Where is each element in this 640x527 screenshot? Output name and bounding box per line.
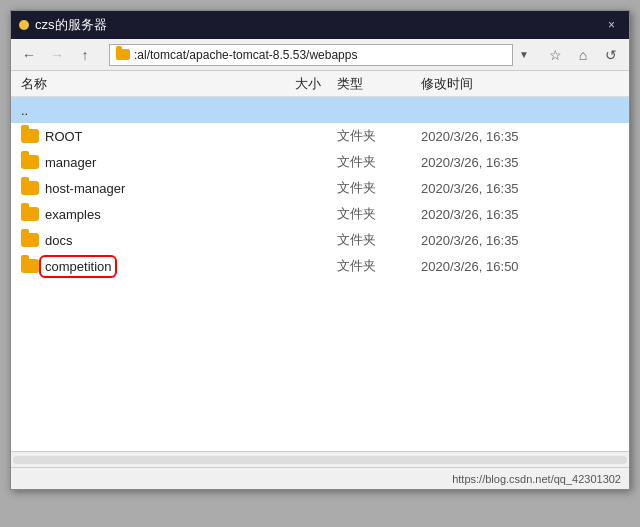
col-type-header: 类型 [321,75,401,93]
row-name-examples: examples [21,207,241,222]
file-area: 名称 大小 类型 修改时间 .. ROOT 文件夹 2020/3/26, 16:… [11,71,629,451]
file-name: ROOT [45,129,83,144]
table-row[interactable]: competition 文件夹 2020/3/26, 16:50 [11,253,629,279]
row-name-back: .. [21,103,241,118]
row-type: 文件夹 [321,153,401,171]
address-folder-icon [116,49,130,60]
table-row[interactable]: manager 文件夹 2020/3/26, 16:35 [11,149,629,175]
back-label: .. [21,103,28,118]
row-date: 2020/3/26, 16:50 [401,259,619,274]
folder-icon [21,207,39,221]
back-button[interactable]: ← [17,44,41,66]
toolbar: ← → ↑ :al/tomcat/apache-tomcat-8.5.53/we… [11,39,629,71]
close-button[interactable]: × [602,16,621,34]
status-bar: https://blog.csdn.net/qq_42301302 [11,467,629,489]
table-row[interactable]: host-manager 文件夹 2020/3/26, 16:35 [11,175,629,201]
folder-icon [21,259,39,273]
file-manager-window: czs的服务器 × ← → ↑ :al/tomcat/apache-tomcat… [10,10,630,490]
row-date: 2020/3/26, 16:35 [401,207,619,222]
file-name: host-manager [45,181,125,196]
title-text: czs的服务器 [35,16,602,34]
title-bar: czs的服务器 × [11,11,629,39]
title-dot [19,20,29,30]
file-name-competition: competition [45,259,111,274]
row-name-host-manager: host-manager [21,181,241,196]
folder-icon [21,155,39,169]
scrollbar-track [13,456,627,464]
row-date: 2020/3/26, 16:35 [401,155,619,170]
col-name-header: 名称 [21,75,241,93]
table-row[interactable]: docs 文件夹 2020/3/26, 16:35 [11,227,629,253]
star-button[interactable]: ☆ [543,44,567,66]
row-type: 文件夹 [321,205,401,223]
col-date-header: 修改时间 [401,75,619,93]
row-date: 2020/3/26, 16:35 [401,181,619,196]
row-type: 文件夹 [321,127,401,145]
row-type: 文件夹 [321,179,401,197]
home-button[interactable]: ⌂ [571,44,595,66]
address-dropdown-arrow[interactable]: ▼ [517,49,531,60]
row-name-root: ROOT [21,129,241,144]
row-type: 文件夹 [321,257,401,275]
address-text: :al/tomcat/apache-tomcat-8.5.53/webapps [134,48,357,62]
folder-icon [21,129,39,143]
row-name-docs: docs [21,233,241,248]
folder-icon [21,233,39,247]
col-size-header: 大小 [241,75,321,93]
row-name-manager: manager [21,155,241,170]
forward-button[interactable]: → [45,44,69,66]
table-row[interactable]: examples 文件夹 2020/3/26, 16:35 [11,201,629,227]
watermark-text: https://blog.csdn.net/qq_42301302 [452,473,621,485]
refresh-button[interactable]: ↺ [599,44,623,66]
row-type: 文件夹 [321,231,401,249]
file-name: docs [45,233,72,248]
row-date: 2020/3/26, 16:35 [401,233,619,248]
table-row[interactable]: ROOT 文件夹 2020/3/26, 16:35 [11,123,629,149]
file-name: examples [45,207,101,222]
file-name: manager [45,155,96,170]
folder-icon-small [116,49,130,60]
row-date: 2020/3/26, 16:35 [401,129,619,144]
table-row[interactable]: .. [11,97,629,123]
up-button[interactable]: ↑ [73,44,97,66]
row-name-competition: competition [21,259,241,274]
folder-icon [21,181,39,195]
scrollbar-horizontal[interactable] [11,451,629,467]
column-header: 名称 大小 类型 修改时间 [11,71,629,97]
address-bar[interactable]: :al/tomcat/apache-tomcat-8.5.53/webapps [109,44,513,66]
